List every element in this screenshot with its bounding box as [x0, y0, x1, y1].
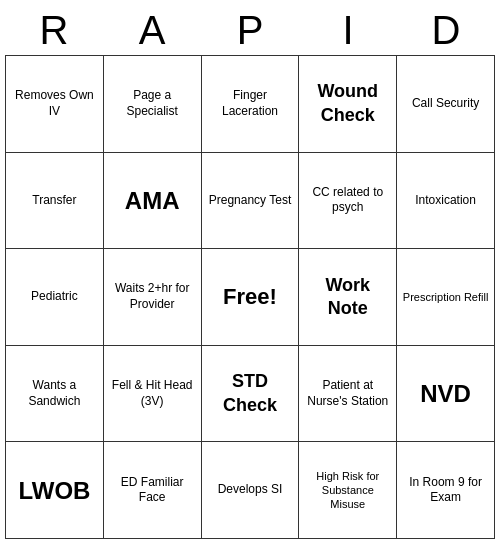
bingo-cell: Develops SI [202, 442, 300, 539]
header-d: D [401, 8, 491, 53]
bingo-cell: Page a Specialist [104, 56, 202, 153]
header-i: I [303, 8, 393, 53]
bingo-cell: Wants a Sandwich [6, 346, 104, 443]
bingo-cell: Wound Check [299, 56, 397, 153]
bingo-cell: CC related to psych [299, 153, 397, 250]
bingo-cell: Intoxication [397, 153, 495, 250]
bingo-cell: Fell & Hit Head (3V) [104, 346, 202, 443]
bingo-cell: Finger Laceration [202, 56, 300, 153]
bingo-cell: Free! [202, 249, 300, 346]
bingo-header: R A P I D [5, 5, 495, 55]
bingo-cell: Pregnancy Test [202, 153, 300, 250]
bingo-cell: High Risk for Substance Misuse [299, 442, 397, 539]
header-a: A [107, 8, 197, 53]
bingo-cell: ED Familiar Face [104, 442, 202, 539]
bingo-cell: In Room 9 for Exam [397, 442, 495, 539]
bingo-cell: Work Note [299, 249, 397, 346]
bingo-cell: Patient at Nurse's Station [299, 346, 397, 443]
header-r: R [9, 8, 99, 53]
bingo-cell: LWOB [6, 442, 104, 539]
bingo-cell: Removes Own IV [6, 56, 104, 153]
bingo-cell: Pediatric [6, 249, 104, 346]
bingo-cell: Transfer [6, 153, 104, 250]
bingo-cell: AMA [104, 153, 202, 250]
bingo-cell: Waits 2+hr for Provider [104, 249, 202, 346]
header-p: P [205, 8, 295, 53]
bingo-cell: STD Check [202, 346, 300, 443]
bingo-cell: Prescription Refill [397, 249, 495, 346]
bingo-grid: Removes Own IVPage a SpecialistFinger La… [5, 55, 495, 539]
bingo-card: R A P I D Removes Own IVPage a Specialis… [5, 5, 495, 539]
bingo-cell: Call Security [397, 56, 495, 153]
bingo-cell: NVD [397, 346, 495, 443]
